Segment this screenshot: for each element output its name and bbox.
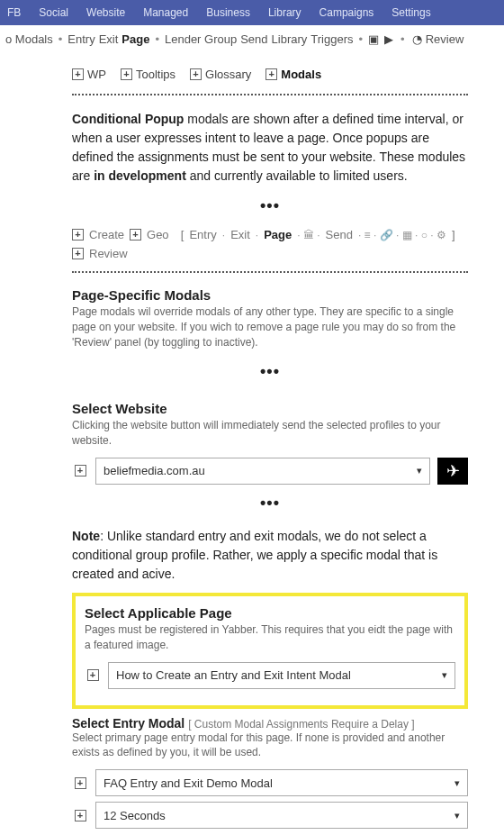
expand-toggle[interactable]: + <box>72 458 88 485</box>
intro-bold2: in development <box>94 168 186 183</box>
entry-modal-select[interactable]: FAQ Entry and Exit Demo Modal ▾ <box>95 769 468 796</box>
crumb-triggers[interactable]: Triggers <box>310 32 353 46</box>
chevron-down-icon: ▾ <box>454 810 460 821</box>
crumb-entry[interactable]: Entry <box>68 32 94 46</box>
nav-website[interactable]: Website <box>86 6 125 19</box>
divider <box>72 271 468 273</box>
expand-toggle[interactable]: + <box>85 662 101 689</box>
entry-modal-title-text: Select Entry Modal <box>72 716 184 731</box>
tab-wp[interactable]: +WP <box>72 68 106 81</box>
plus-icon: + <box>72 68 84 80</box>
tool-exit[interactable]: Exit <box>230 228 250 241</box>
send-website-button[interactable]: ✈ <box>437 458 468 485</box>
nav-settings[interactable]: Settings <box>392 6 430 19</box>
tool-entry[interactable]: Entry <box>189 228 216 241</box>
intro-span2: and currently available to limited users… <box>186 168 408 183</box>
plus-icon: + <box>190 68 202 80</box>
entry-modal-help: Select primary page entry modal for this… <box>72 731 468 761</box>
website-field-row: + beliefmedia.com.au ▾ ✈ <box>72 458 468 485</box>
crumb-lender-group[interactable]: Lender Group <box>165 32 237 46</box>
ellipsis-divider: ••• <box>72 490 468 522</box>
tool-review[interactable]: Review <box>89 247 128 260</box>
tool-geo[interactable]: Geo <box>147 228 169 241</box>
tab-wp-label: WP <box>87 68 106 81</box>
tab-glossary-label: Glossary <box>205 68 251 81</box>
crumb-icons: ▣ ▶ • ◔ <box>368 32 422 46</box>
plus-icon: + <box>72 229 84 241</box>
applicable-page-value: How to Create an Entry and Exit Intent M… <box>116 668 351 682</box>
nav-library[interactable]: Library <box>268 6 302 19</box>
page-specific-help: Page modals wil override modals of any o… <box>72 304 468 349</box>
entry-modal-hint: [ Custom Modal Assignments Require a Del… <box>188 718 414 731</box>
applicable-page-title: Select Applicable Page <box>85 605 455 621</box>
breadcrumb: o Modals • Entry Exit Page • Lender Grou… <box>0 25 504 53</box>
top-nav: FB Social Website Managed Business Libra… <box>0 0 504 25</box>
tab-tooltips[interactable]: +Tooltips <box>121 68 176 81</box>
chevron-down-icon: ▾ <box>417 465 422 476</box>
note-body: : Unlike standard entry and exit modals,… <box>72 529 437 581</box>
applicable-page-row: + How to Create an Entry and Exit Intent… <box>85 662 455 689</box>
image-icon[interactable]: ▣ <box>368 32 379 46</box>
website-select-value: beliefmedia.com.au <box>104 464 205 477</box>
plus-icon: + <box>266 68 277 80</box>
page-specific-title: Page-Specific Modals <box>72 287 468 303</box>
ellipsis-divider: ••• <box>72 193 468 224</box>
crumb-modals[interactable]: o Modals <box>5 32 53 46</box>
play-icon[interactable]: ▶ <box>384 32 393 46</box>
intro-text: Conditional Popup modals are shown after… <box>72 110 468 186</box>
plus-icon: + <box>121 68 132 80</box>
crumb-library[interactable]: Library <box>272 32 308 46</box>
tool-row: + Create + Geo [ Entry · Exit · Page · 🏛… <box>72 224 468 264</box>
tab-modals-label: Modals <box>281 68 321 81</box>
nav-campaigns[interactable]: Campaigns <box>320 6 374 19</box>
tab-tooltips-label: Tooltips <box>136 68 176 81</box>
dot-sep: • <box>357 32 365 46</box>
note-bold: Note <box>72 529 100 543</box>
crumb-send[interactable]: Send <box>240 32 267 46</box>
divider <box>72 94 468 95</box>
crumb-page[interactable]: Page <box>122 32 149 46</box>
dot-sep: • <box>153 32 161 46</box>
plus-icon: + <box>72 248 84 259</box>
entry-modal-title: Select Entry Modal [ Custom Modal Assign… <box>72 716 468 731</box>
tab-modals[interactable]: +Modals <box>266 68 321 81</box>
intro-bold1: Conditional Popup <box>72 112 184 126</box>
tool-create[interactable]: Create <box>89 228 124 241</box>
tool-page[interactable]: Page <box>264 228 292 241</box>
main-content: +WP +Tooltips +Glossary +Modals Conditio… <box>0 53 468 835</box>
expand-toggle[interactable]: + <box>72 769 88 796</box>
plus-icon: + <box>130 229 141 241</box>
entry-modal-value: FAQ Entry and Exit Demo Modal <box>104 776 273 790</box>
entry-modal-row: + FAQ Entry and Exit Demo Modal ▾ <box>72 769 468 796</box>
nav-managed[interactable]: Managed <box>143 6 188 19</box>
note-text: Note: Unlike standard entry and exit mod… <box>72 527 468 584</box>
applicable-page-select[interactable]: How to Create an Entry and Exit Intent M… <box>108 662 455 689</box>
pie-icon[interactable]: ◔ <box>412 32 422 46</box>
applicable-page-highlight: Select Applicable Page Pages must be reg… <box>72 593 468 709</box>
chevron-down-icon: ▾ <box>442 669 447 681</box>
nav-business[interactable]: Business <box>206 6 250 19</box>
tab-row: +WP +Tooltips +Glossary +Modals <box>72 62 468 86</box>
website-select[interactable]: beliefmedia.com.au ▾ <box>95 458 430 485</box>
entry-delay-value: 12 Seconds <box>104 809 166 822</box>
crumb-exit[interactable]: Exit <box>99 32 119 46</box>
ellipsis-divider: ••• <box>72 359 468 390</box>
dot-sep: • <box>57 32 65 46</box>
tab-glossary[interactable]: +Glossary <box>190 68 251 81</box>
tool-send[interactable]: Send <box>326 228 353 241</box>
nav-fb[interactable]: FB <box>7 6 21 19</box>
entry-delay-row: + 12 Seconds ▾ <box>72 802 468 829</box>
nav-social[interactable]: Social <box>39 6 68 19</box>
chevron-down-icon: ▾ <box>454 777 460 789</box>
entry-delay-select[interactable]: 12 Seconds ▾ <box>95 802 468 829</box>
select-website-title: Select Website <box>72 401 468 416</box>
select-website-help: Clicking the website button will immedia… <box>72 418 468 449</box>
expand-toggle[interactable]: + <box>72 802 88 829</box>
crumb-review[interactable]: Review <box>426 32 464 46</box>
applicable-page-help: Pages must be registered in Yabber. This… <box>85 622 455 653</box>
